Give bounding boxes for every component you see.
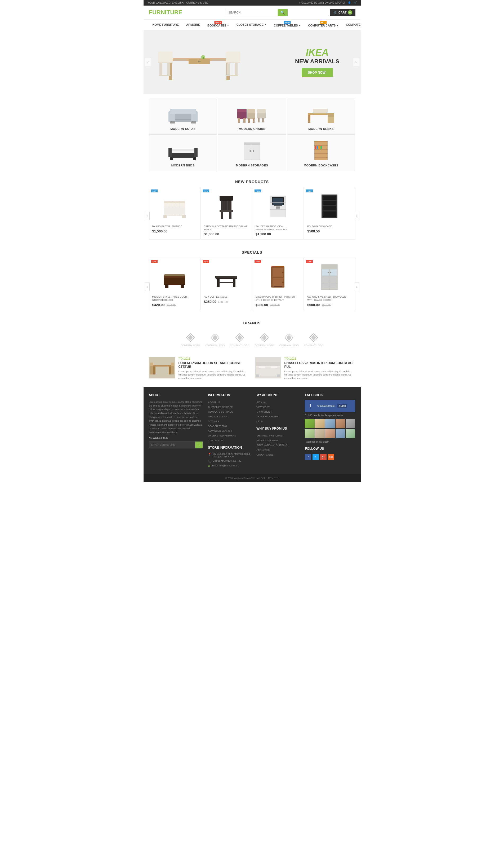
product-card[interactable]: new CAROLINA COTTAGE PRAIRIE DINING TABL… [200,187,252,240]
blog-title-1[interactable]: LOREM IPSUM DOLOR SIT AMET CONSE CTETUR [179,361,250,369]
brand-logo-4[interactable]: COMPANY LOGO [255,332,274,347]
svg-rect-7 [158,51,173,62]
svg-rect-16 [203,57,204,59]
svg-rect-101 [165,284,168,289]
category-image-bookcases [305,140,337,161]
footer-link-view-cart[interactable]: VIEW CART [256,406,270,408]
footer-link-signin[interactable]: SIGN IN [256,401,265,404]
cart-button[interactable]: 🛒 CART 0 [330,9,356,16]
category-modern-chairs[interactable]: MODERN CHAIRS [218,98,286,134]
facebook-photos [305,419,355,439]
facebook-plugin-link[interactable]: Facebook social plugin [305,440,355,443]
logo-highlight: F [149,9,152,16]
blog-text-2: Lorem ipsum dolor sit amet conse ctetur … [285,370,356,380]
newsletter-submit[interactable]: → [195,441,203,449]
follow-twitter-button[interactable]: t [312,454,319,460]
svg-rect-6 [159,75,170,76]
footer-link-help[interactable]: HELP [256,420,263,423]
logo[interactable]: FURNITURE [149,9,182,16]
nav-item-computer-carts[interactable]: HOT COMPUTER CARTS ▼ [304,20,342,30]
svg-rect-9 [227,63,230,75]
brand-logo-5[interactable]: COMPANY LOGO [280,332,299,347]
footer-link-wishlist[interactable]: MY WISHLIST [256,410,272,413]
footer-link-site-map[interactable]: SITE MAP [208,420,219,423]
footer-link-contact-us[interactable]: CONTACT US [208,439,223,442]
svg-rect-72 [164,207,185,214]
follow-googleplus-button[interactable]: g+ [320,454,327,460]
list-item: TEMPLATE SETTINGS [208,410,251,414]
new-products-next[interactable]: › [355,212,359,220]
follow-rss-button[interactable]: RSS [328,454,334,460]
sale-badge: SALE [214,21,222,24]
svg-rect-47 [168,148,172,157]
phone-text: Call us now: 0123-456-789 [213,459,241,462]
special-card[interactable]: sale MISSION STYLE THREE DOOR STORAGE BE… [149,258,200,310]
blog-content-1: 7/04/2015 LOREM IPSUM DOLOR SIT AMET CON… [179,357,250,380]
brand-logo-3[interactable]: COMPANY LOGO [230,332,249,347]
footer-link-secure[interactable]: SECURE SHOPPING [256,439,280,442]
footer-link-group-sales[interactable]: GROUP SALES [256,453,273,456]
specials-next[interactable]: › [355,282,359,291]
special-card[interactable]: sale MISSION CPU CABINET - PRINTER STN 1… [252,258,304,310]
footer-link-template-settings[interactable]: TEMPLATE SETTINGS [208,410,233,413]
footer-link-about-us[interactable]: ABOUT US [208,401,220,404]
nav-item-computer-desks[interactable]: COMPUTER DESKS [342,20,360,30]
nav-item-coffee-tables[interactable]: NEW COFFEE TABLES ▼ [270,20,305,30]
facebook-like-icon[interactable]: f Like [337,404,347,408]
category-modern-storages[interactable]: MODERN STORAGES [218,134,286,170]
follow-facebook-button[interactable]: f [305,454,311,460]
footer-link-intl[interactable]: INTERNATIONAL SHIPPING... [256,444,289,447]
blog-section: 7/04/2015 LOREM IPSUM DOLOR SIT AMET CON… [144,353,361,387]
nav-item-armoire[interactable]: ARMOIRE [182,20,204,30]
footer-link-advanced-search[interactable]: ADVANCED SEARCH [208,430,232,432]
svg-text:f: f [310,404,311,408]
svg-rect-53 [244,143,260,145]
svg-rect-48 [194,148,198,157]
product-card[interactable]: new BY AFG BABY FURNITURE $1,500.00 [149,187,200,240]
list-item: GROUP SALES [256,453,300,456]
nav-label: HOME FURNITURE [152,23,179,26]
footer-link-shipping[interactable]: SHIPPING & RETURNS [256,434,282,437]
footer-link-affiliates[interactable]: AFFILIATES [256,449,270,451]
brand-logo-1[interactable]: COMPANY LOGO [181,332,200,347]
svg-rect-95 [322,217,337,219]
user-icon[interactable]: 👤 [348,1,351,4]
hero-next-button[interactable]: › [353,58,359,66]
svg-rect-92 [322,200,337,201]
newsletter-input[interactable] [149,441,196,449]
list-item: SIGN IN [256,400,300,404]
product-card[interactable]: new FOLDING BOOKCASE $500.50 [304,187,355,240]
language-selector[interactable]: YOUR LANGUAGE: ENGLISH [147,1,184,4]
category-modern-beds[interactable]: MODERN BEDS [149,134,217,170]
cart-icon[interactable]: 🛒 [354,1,357,4]
special-card[interactable]: sale OXFORD FIVE SHELF BOOKCASE WITH GLA… [304,258,355,310]
footer-link-orders-returns[interactable]: ORDERS AND RETURNS [208,434,236,437]
nav-item-bookcases[interactable]: SALE BOOKCASES ▼ [204,20,233,30]
product-card[interactable]: new SAUDER HARBOR VIEW ENTERTAINMENT ARM… [252,187,304,240]
footer-link-track-order[interactable]: TRACK MY ORDER [256,415,278,418]
nav-item-closet-storage[interactable]: CLOSET STORAGE ▼ [233,20,270,30]
search-input[interactable] [225,9,278,16]
follow-icons: f t g+ RSS [305,454,355,460]
search-button[interactable]: 🔍 [278,9,288,16]
brand-logo-2[interactable]: COMPANY LOGO [205,332,224,347]
category-modern-sofas[interactable]: MODERN SOFAS [149,98,217,134]
blog-title-2[interactable]: PHASELLUS VARIUS INTER DUM LOREM AC PUL [285,361,356,369]
nav-item-home-furniture[interactable]: HOME FURNITURE [149,20,183,30]
new-products-prev[interactable]: ‹ [145,212,150,220]
product-price: $280.00 $350.00 [256,303,300,307]
footer-link-customer-service[interactable]: CUSTOMER SERVICE [208,406,233,408]
currency-selector[interactable]: CURRENCY: USD [186,1,208,4]
specials-prev[interactable]: ‹ [145,282,150,291]
category-modern-desks[interactable]: MODERN DESKS [287,98,356,134]
category-modern-bookcases[interactable]: MODERN BOOKCASES [287,134,356,170]
footer-link-privacy-policy[interactable]: PRIVACY POLICY [208,415,228,418]
footer-link-search-terms[interactable]: SEARCH TERMS [208,425,227,427]
hero-prev-button[interactable]: ‹ [145,58,151,66]
brand-logo-6[interactable]: COMPANY LOGO [304,332,323,347]
special-card[interactable]: sale AMY COFFEE TABLE $250.00 $300.00 [200,258,252,310]
list-item: HELP [256,419,300,423]
cart-label: CART [339,11,347,14]
category-label: MODERN STORAGES [236,164,268,167]
shop-now-button[interactable]: SHOP NOW! [302,68,333,77]
